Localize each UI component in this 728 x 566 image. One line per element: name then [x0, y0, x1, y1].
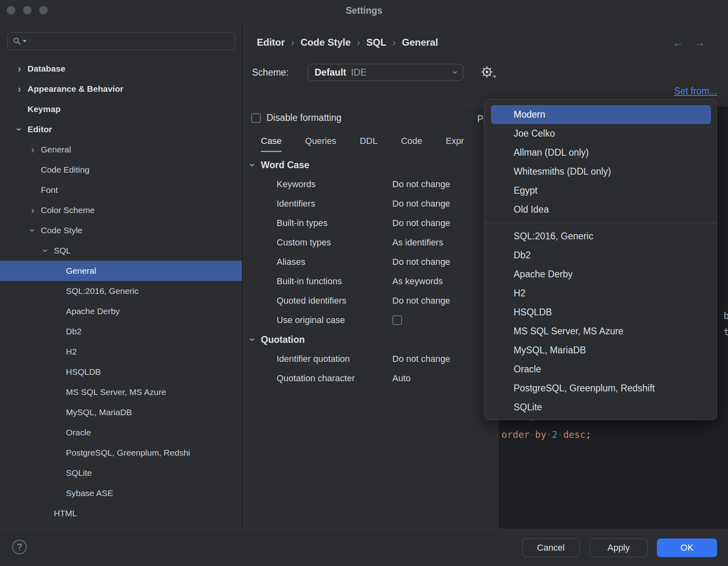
- tab-case[interactable]: Case: [261, 136, 281, 152]
- sidebar-item-sql-2016-generic[interactable]: ›SQL:2016, Generic: [0, 281, 242, 301]
- search-field[interactable]: [7, 32, 235, 50]
- sidebar-item-font[interactable]: ›Font: [0, 180, 242, 200]
- sidebar-item-code-editing[interactable]: ›Code Editing: [0, 160, 242, 180]
- sidebar-item-mysql-mariadb[interactable]: ›MySQL, MariaDB: [0, 402, 242, 422]
- window-close-button[interactable]: [7, 6, 15, 15]
- sidebar-item-db2[interactable]: ›Db2: [0, 321, 242, 342]
- sidebar-item-h2[interactable]: ›H2: [0, 342, 242, 362]
- popup-item-modern[interactable]: Modern: [491, 105, 711, 124]
- sidebar-item-oracle[interactable]: ›Oracle: [0, 422, 242, 443]
- preview-code-line: order·by·2·desc;: [502, 429, 591, 440]
- setting-value-dropdown[interactable]: Do not change: [392, 257, 450, 267]
- gear-icon[interactable]: [480, 65, 494, 79]
- breadcrumb-item-code-style[interactable]: Code Style: [301, 37, 351, 48]
- tree-item-label: Font: [41, 185, 58, 195]
- tree-item-label: Keymap: [28, 104, 61, 114]
- breadcrumb-item-general[interactable]: General: [402, 37, 438, 48]
- popup-item-hsqldb[interactable]: HSQLDB: [491, 303, 711, 322]
- sidebar-item-apache-derby[interactable]: ›Apache Derby: [0, 301, 242, 321]
- setting-row-identifiers: IdentifiersDo not change: [243, 194, 499, 213]
- sidebar-item-editor[interactable]: ›Editor: [0, 119, 242, 139]
- sidebar-item-code-style[interactable]: ›Code Style: [0, 220, 242, 241]
- popup-item-postgresql-greenplum-redshift[interactable]: PostgreSQL, Greenplum, Redshift: [491, 379, 711, 398]
- setting-value-dropdown[interactable]: Do not change: [392, 296, 450, 306]
- sidebar-item-appearance-behavior[interactable]: ›Appearance & Behavior: [0, 79, 242, 99]
- popup-item-allman-ddl-only[interactable]: Allman (DDL only): [491, 143, 711, 162]
- cancel-button[interactable]: Cancel: [522, 539, 580, 557]
- chevron-down-icon[interactable]: ›: [28, 226, 38, 235]
- setting-value-dropdown[interactable]: Do not change: [392, 199, 450, 209]
- disable-formatting-checkbox[interactable]: [251, 113, 261, 123]
- sidebar-item-ms-sql-server-ms-azure[interactable]: ›MS SQL Server, MS Azure: [0, 382, 242, 402]
- popup-item-egypt[interactable]: Egypt: [491, 181, 711, 200]
- sidebar-item-general[interactable]: ›General: [0, 261, 242, 281]
- code-token: order: [502, 429, 529, 440]
- chevron-right-icon[interactable]: ›: [15, 84, 24, 94]
- sidebar-item-hsqldb[interactable]: ›HSQLDB: [0, 362, 242, 382]
- sidebar-item-general[interactable]: ›General: [0, 139, 242, 160]
- popup-item-sqlite[interactable]: SQLite: [491, 398, 711, 417]
- search-icon: [13, 37, 21, 46]
- window-zoom-button[interactable]: [39, 6, 48, 15]
- sidebar-item-postgresql-greenplum-redshi[interactable]: ›PostgreSQL, Greenplum, Redshi: [0, 443, 242, 463]
- sidebar-item-database[interactable]: ›Database: [0, 59, 242, 79]
- sidebar-item-sqlite[interactable]: ›SQLite: [0, 463, 242, 483]
- setting-value-dropdown[interactable]: As keywords: [392, 276, 443, 287]
- sidebar-item-html[interactable]: ›HTML: [0, 503, 242, 524]
- forward-arrow-icon[interactable]: →: [694, 36, 705, 49]
- scheme-dropdown[interactable]: Default IDE ›: [308, 64, 463, 81]
- sidebar-item-keymap[interactable]: ›Keymap: [0, 99, 242, 119]
- set-from-link[interactable]: Set from...: [674, 86, 717, 97]
- chevron-right-icon[interactable]: ›: [28, 205, 38, 215]
- tab-queries[interactable]: Queries: [305, 136, 336, 152]
- popup-item-mysql-mariadb[interactable]: MySQL, MariaDB: [491, 341, 711, 360]
- sidebar-item-color-scheme[interactable]: ›Color Scheme: [0, 200, 242, 220]
- popup-item-h2[interactable]: H2: [491, 284, 711, 303]
- window-title: Settings: [0, 0, 728, 21]
- tab-code[interactable]: Code: [401, 136, 422, 152]
- gear-caret-icon: [493, 76, 497, 78]
- setting-value-dropdown[interactable]: Do not change: [392, 218, 450, 228]
- search-input[interactable]: [27, 36, 235, 46]
- popup-item-sql-2016-generic[interactable]: SQL:2016, Generic: [491, 227, 711, 246]
- sidebar-item-sybase-ase[interactable]: ›Sybase ASE: [0, 483, 242, 503]
- preview-edge-fragment: t: [724, 327, 728, 337]
- popup-item-ms-sql-server-ms-azure[interactable]: MS SQL Server, MS Azure: [491, 322, 711, 341]
- breadcrumb-item-editor[interactable]: Editor: [257, 37, 285, 48]
- setting-row-aliases: AliasesDo not change: [243, 252, 499, 272]
- chevron-down-icon[interactable]: ›: [248, 335, 258, 344]
- setting-value-dropdown[interactable]: Auto: [392, 373, 411, 384]
- code-token: desc: [563, 429, 585, 440]
- popup-item-whitesmiths-ddl-only[interactable]: Whitesmiths (DDL only): [491, 162, 711, 181]
- popup-item-db2[interactable]: Db2: [491, 246, 711, 265]
- chevron-down-icon[interactable]: ›: [15, 125, 24, 134]
- chevron-right-icon[interactable]: ›: [15, 64, 24, 74]
- tree-item-label: Code Style: [41, 226, 83, 235]
- tab-expr[interactable]: Expr: [446, 136, 464, 152]
- setting-row-keywords: KeywordsDo not change: [243, 175, 499, 194]
- ok-button[interactable]: OK: [657, 539, 717, 557]
- popup-item-old-idea[interactable]: Old Idea: [491, 200, 711, 219]
- setting-value-dropdown[interactable]: As identifiers: [392, 237, 443, 248]
- search-options-caret-icon[interactable]: [23, 40, 27, 42]
- scheme-value: Default: [315, 67, 346, 78]
- tab-ddl[interactable]: DDL: [360, 136, 377, 152]
- back-arrow-icon[interactable]: ←: [672, 36, 684, 49]
- setting-checkbox[interactable]: [392, 315, 402, 325]
- chevron-right-icon[interactable]: ›: [28, 145, 38, 154]
- chevron-down-icon[interactable]: ›: [248, 160, 258, 170]
- popup-item-oracle[interactable]: Oracle: [491, 360, 711, 379]
- popup-item-joe-celko[interactable]: Joe Celko: [491, 124, 711, 143]
- breadcrumb-item-sql[interactable]: SQL: [366, 37, 386, 48]
- sidebar-item-sql[interactable]: ›SQL: [0, 241, 242, 261]
- help-button[interactable]: ?: [12, 540, 27, 554]
- window-minimize-button[interactable]: [23, 6, 32, 15]
- setting-value-dropdown[interactable]: Do not change: [392, 179, 450, 190]
- chevron-down-icon[interactable]: ›: [41, 246, 51, 256]
- apply-button[interactable]: Apply: [590, 539, 648, 557]
- popup-item-apache-derby[interactable]: Apache Derby: [491, 265, 711, 284]
- tree-item-label: Editor: [28, 125, 52, 134]
- setting-value-dropdown[interactable]: Do not change: [392, 354, 450, 364]
- code-token: ·: [546, 429, 552, 440]
- setting-row-quoted-identifiers: Quoted identifiersDo not change: [243, 291, 499, 310]
